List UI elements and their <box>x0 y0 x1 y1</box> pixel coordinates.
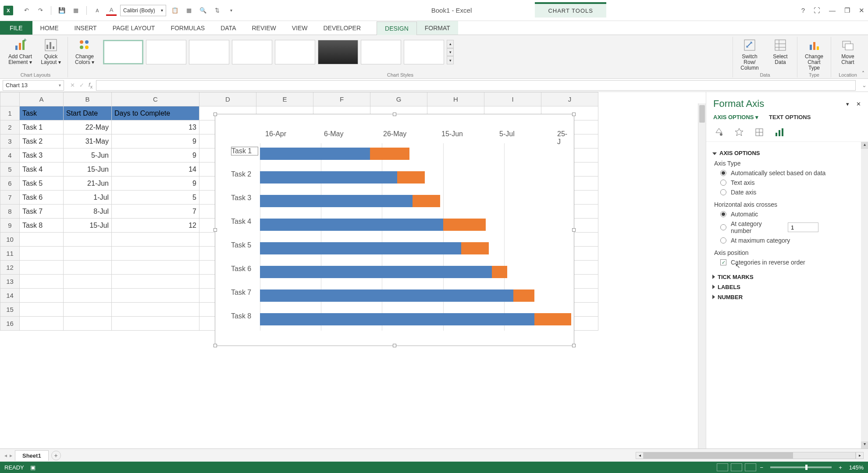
borders-icon[interactable]: ▦ <box>184 5 194 16</box>
zoom-slider[interactable] <box>770 466 832 468</box>
y-tick-label[interactable]: Task 5 <box>231 241 258 249</box>
change-chart-type-button[interactable]: Change Chart Type <box>802 38 826 71</box>
font-name-combo[interactable]: Calibri (Body)▾ <box>120 5 166 16</box>
sheet-nav-prev[interactable]: ◂ <box>4 452 7 459</box>
redo-icon[interactable]: ↷ <box>35 5 46 16</box>
cell[interactable]: Start Date <box>64 106 112 120</box>
move-chart-button[interactable]: Move Chart <box>836 38 860 65</box>
zoom-percentage[interactable]: 145% <box>849 464 864 471</box>
at-category-number-input[interactable] <box>788 222 818 232</box>
chart-style-3[interactable] <box>189 40 229 64</box>
chart-style-1[interactable] <box>103 40 143 64</box>
add-sheet-button[interactable]: + <box>51 451 61 460</box>
checkbox-categories-reverse[interactable]: ✓Categories in reverse order ↖ <box>720 259 860 266</box>
radio-axis-type-auto[interactable]: Automatically select based on data <box>720 169 860 176</box>
chart-style-2[interactable] <box>146 40 186 64</box>
radio-axis-type-date[interactable]: Date axis <box>720 189 860 196</box>
radio-crosses-at-category[interactable]: At category number <box>720 220 860 234</box>
pane-close-icon[interactable]: ✕ <box>856 101 861 107</box>
y-tick-label[interactable]: Task 1 <box>231 147 258 155</box>
col-header[interactable]: F <box>313 92 370 106</box>
enter-formula-icon[interactable]: ✓ <box>79 82 84 88</box>
tab-formulas[interactable]: FORMULAS <box>163 21 213 35</box>
tab-design[interactable]: DESIGN <box>377 21 417 35</box>
switch-row-column-button[interactable]: Switch Row/ Column <box>737 38 762 71</box>
name-box[interactable]: Chart 13▾ <box>3 80 64 91</box>
pane-scrollbar[interactable]: ▴▾ <box>861 142 868 448</box>
tab-format[interactable]: FORMAT <box>417 21 458 35</box>
qat-customize-icon[interactable]: ▾ <box>226 5 236 16</box>
sort-icon[interactable]: ⇅ <box>212 5 222 16</box>
tab-home[interactable]: HOME <box>32 21 67 35</box>
pane-menu-icon[interactable]: ▾ <box>846 101 849 107</box>
col-header[interactable]: B <box>64 92 112 106</box>
col-header[interactable]: A <box>20 92 64 106</box>
font-size-decrease-icon[interactable]: A <box>92 5 103 16</box>
effects-icon[interactable] <box>733 127 745 138</box>
view-normal-icon[interactable] <box>717 463 728 471</box>
macro-record-icon[interactable]: ▣ <box>30 464 36 471</box>
restore-icon[interactable]: ❐ <box>844 7 850 14</box>
chart-plot-area[interactable]: 16-Apr 6-May 26-May 15-Jun 5-Jul 25-J <box>223 122 570 339</box>
vertical-scrollbar[interactable] <box>698 103 706 448</box>
y-tick-label[interactable]: Task 7 <box>231 289 258 297</box>
col-header[interactable]: I <box>484 92 541 106</box>
chart-style-7[interactable] <box>361 40 401 64</box>
fill-line-icon[interactable] <box>713 127 725 138</box>
undo-icon[interactable]: ↶ <box>21 5 32 16</box>
radio-crosses-at-max[interactable]: At maximum category <box>720 237 860 244</box>
tab-insert[interactable]: INSERT <box>67 21 105 35</box>
print-preview-icon[interactable]: 🔍 <box>198 5 208 16</box>
embedded-chart[interactable]: 16-Apr 6-May 26-May 15-Jun 5-Jul 25-J <box>215 114 574 346</box>
cell[interactable]: Task <box>20 106 64 120</box>
tab-review[interactable]: REVIEW <box>244 21 284 35</box>
view-page-break-icon[interactable] <box>745 463 756 471</box>
new-icon[interactable]: ▦ <box>71 5 81 16</box>
cell[interactable]: Days to Complete <box>112 106 199 120</box>
row-header[interactable]: 1 <box>0 106 20 120</box>
cancel-formula-icon[interactable]: ✕ <box>70 82 75 88</box>
horizontal-scrollbar[interactable]: ◂▸ <box>636 452 864 459</box>
col-header[interactable]: G <box>370 92 427 106</box>
section-number[interactable]: NUMBER <box>712 294 862 300</box>
y-tick-label[interactable]: Task 2 <box>231 170 258 178</box>
sheet-tab[interactable]: Sheet1 <box>15 450 49 461</box>
y-tick-label[interactable]: Task 3 <box>231 194 258 202</box>
chart-styles-gallery[interactable]: ▴▾▾ <box>103 38 454 67</box>
tab-data[interactable]: DATA <box>213 21 244 35</box>
section-tick-marks[interactable]: TICK MARKS <box>712 274 862 280</box>
radio-crosses-automatic[interactable]: Automatic <box>720 211 860 218</box>
sheet-nav-next[interactable]: ▸ <box>10 452 12 459</box>
col-header[interactable]: H <box>427 92 484 106</box>
chart-style-5[interactable] <box>275 40 315 64</box>
y-tick-label[interactable]: Task 8 <box>231 312 258 320</box>
paste-icon[interactable]: 📋 <box>170 5 180 16</box>
worksheet-grid[interactable]: A B C D E F G H I J 1 Task Start Date Da… <box>0 92 706 448</box>
tab-file[interactable]: FILE <box>0 21 32 35</box>
col-header[interactable]: J <box>541 92 598 106</box>
select-all-triangle[interactable] <box>0 92 20 106</box>
pane-tab-text-options[interactable]: TEXT OPTIONS <box>769 114 811 120</box>
zoom-in-icon[interactable]: + <box>839 464 842 471</box>
col-header[interactable]: E <box>256 92 313 106</box>
y-tick-label[interactable]: Task 6 <box>231 265 258 273</box>
ribbon-display-icon[interactable]: ⛶ <box>814 7 820 14</box>
chart-style-8[interactable] <box>404 40 444 64</box>
collapse-ribbon-icon[interactable]: ˄ <box>862 71 864 77</box>
view-page-layout-icon[interactable] <box>731 463 742 471</box>
tab-page-layout[interactable]: PAGE LAYOUT <box>105 21 163 35</box>
quick-layout-button[interactable]: Quick Layout ▾ <box>39 38 63 65</box>
fx-icon[interactable]: fx <box>89 81 92 89</box>
help-icon[interactable]: ? <box>801 7 805 14</box>
zoom-out-icon[interactable]: − <box>760 464 764 471</box>
tab-developer[interactable]: DEVELOPER <box>315 21 369 35</box>
expand-formula-bar-icon[interactable]: ⌄ <box>860 82 868 88</box>
axis-options-icon[interactable] <box>774 127 785 138</box>
font-color-icon[interactable]: A <box>106 5 117 16</box>
save-icon[interactable]: 💾 <box>57 5 67 16</box>
add-chart-element-button[interactable]: + Add Chart Element ▾ <box>8 38 32 65</box>
minimize-icon[interactable]: — <box>829 7 836 14</box>
change-colors-button[interactable]: Change Colors ▾ <box>72 38 97 65</box>
radio-axis-type-text[interactable]: Text axis <box>720 179 860 186</box>
chart-style-6[interactable] <box>318 40 358 64</box>
